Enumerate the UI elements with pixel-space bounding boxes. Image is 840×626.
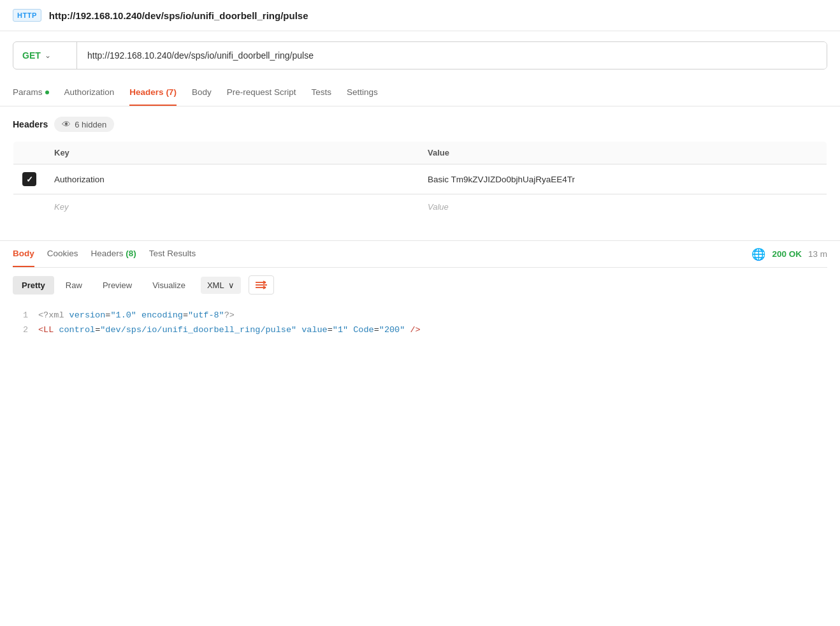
title-bar: HTTP http://192.168.10.240/dev/sps/io/un…	[0, 0, 840, 31]
row-value-cell: Basic Tm9kZVJIZDo0bjhUajRyaEE4Tr	[419, 164, 827, 194]
format-chevron-icon: ∨	[228, 280, 235, 290]
response-headers-count: (8)	[126, 249, 136, 258]
method-selector[interactable]: GET ⌄	[13, 42, 77, 69]
format-raw-button[interactable]: Raw	[57, 276, 91, 295]
title-url: http://192.168.10.240/dev/sps/io/unifi_d…	[49, 10, 308, 21]
status-badge: 200 OK	[772, 249, 802, 259]
hidden-badge[interactable]: 👁 6 hidden	[54, 117, 114, 132]
key-placeholder-text: Key	[54, 202, 68, 212]
table-row: Key Value	[13, 194, 827, 220]
format-type-selector[interactable]: XML ∨	[201, 277, 241, 294]
tab-pre-request-script[interactable]: Pre-request Script	[227, 80, 296, 106]
col-header-key: Key	[45, 142, 419, 164]
row-value-placeholder[interactable]: Value	[419, 194, 827, 220]
http-icon-badge: HTTP	[13, 9, 41, 22]
response-time: 13 m	[808, 249, 827, 259]
globe-icon: 🌐	[751, 247, 765, 261]
row-key-placeholder[interactable]: Key	[45, 194, 419, 220]
tab-settings[interactable]: Settings	[347, 80, 378, 106]
wrap-icon	[256, 280, 267, 289]
response-tab-test-results[interactable]: Test Results	[149, 241, 196, 267]
code-content-2: <LL control="dev/sps/io/unifi_doorbell_r…	[38, 323, 827, 338]
headers-label-row: Headers 👁 6 hidden	[13, 117, 827, 132]
url-input[interactable]	[77, 42, 827, 69]
format-visualize-button[interactable]: Visualize	[143, 276, 194, 295]
chevron-down-icon: ⌄	[45, 51, 51, 60]
tab-body[interactable]: Body	[192, 80, 212, 106]
eye-icon: 👁	[62, 119, 71, 129]
row-checkbox-cell[interactable]	[13, 164, 46, 194]
params-dot	[45, 91, 49, 94]
tab-authorization[interactable]: Authorization	[64, 80, 115, 106]
response-tab-body[interactable]: Body	[13, 241, 34, 267]
row-key-cell: Authorization	[45, 164, 419, 194]
response-tab-headers[interactable]: Headers (8)	[91, 241, 136, 267]
tab-headers[interactable]: Headers (7)	[129, 80, 177, 106]
col-header-value: Value	[419, 142, 827, 164]
value-placeholder-text: Value	[428, 202, 449, 212]
response-toolbar: Pretty Raw Preview Visualize XML ∨	[13, 268, 827, 302]
row-checkbox-cell-empty[interactable]	[13, 194, 46, 220]
line-number: 2	[13, 323, 28, 338]
headers-count-badge: (7)	[164, 87, 177, 97]
table-row: Authorization Basic Tm9kZVJIZDo0bjhUajRy…	[13, 164, 827, 194]
code-area: 1 <?xml version="1.0" encoding="utf-8"?>…	[13, 302, 827, 344]
format-pretty-button[interactable]: Pretty	[13, 276, 54, 295]
headers-table: Key Value Authorization Basic Tm9kZVJIZD…	[13, 141, 827, 220]
checkbox-checked-icon[interactable]	[22, 172, 36, 186]
line-number: 1	[13, 309, 28, 323]
tab-tests[interactable]: Tests	[311, 80, 331, 106]
code-line-2: 2 <LL control="dev/sps/io/unifi_doorbell…	[13, 323, 827, 338]
request-tabs: Params Authorization Headers (7) Body Pr…	[0, 80, 840, 106]
response-section: Body Cookies Headers (8) Test Results 🌐 …	[0, 241, 840, 344]
headers-section: Headers 👁 6 hidden Key Value Authorizati…	[0, 106, 840, 220]
response-tab-cookies[interactable]: Cookies	[47, 241, 78, 267]
method-label: GET	[22, 50, 41, 61]
response-status-area: 🌐 200 OK 13 m	[751, 247, 827, 261]
col-header-checkbox	[13, 142, 46, 164]
format-preview-button[interactable]: Preview	[94, 276, 141, 295]
tab-params[interactable]: Params	[13, 80, 49, 106]
headers-label: Headers	[13, 119, 48, 129]
url-bar: GET ⌄	[13, 41, 827, 69]
code-content-1: <?xml version="1.0" encoding="utf-8"?>	[38, 309, 827, 323]
selected-format-label: XML	[207, 280, 224, 290]
hidden-count: 6 hidden	[75, 120, 106, 129]
code-line-1: 1 <?xml version="1.0" encoding="utf-8"?>	[13, 309, 827, 323]
response-tabs-row: Body Cookies Headers (8) Test Results 🌐 …	[13, 241, 827, 268]
wrap-toggle-button[interactable]	[249, 275, 274, 295]
